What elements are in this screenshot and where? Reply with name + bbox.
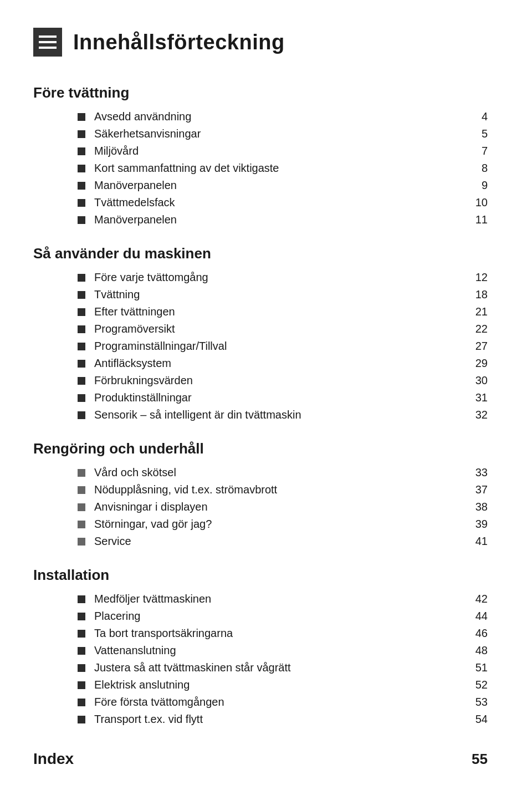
bullet-icon [78,411,85,419]
bullet-icon [78,486,85,494]
toc-label: Nödupplåsning, vid t.ex. strömavbrott [94,483,466,496]
bullet-icon [78,165,85,172]
bullet-icon [78,469,85,477]
bullet-icon [78,503,85,511]
toc-label: Säkerhetsanvisningar [94,128,466,140]
toc-label: Ta bort transportsäkringarna [94,627,466,640]
menu-line-1 [39,35,57,38]
toc-page: 27 [466,340,499,353]
toc-item-placering: Placering 44 [33,608,499,625]
toc-label: Antifläcksystem [94,357,466,370]
toc-label: Programöversikt [94,323,466,335]
toc-page: 30 [466,374,499,387]
page-title: Innehållsförteckning [73,30,285,54]
toc-label: Före varje tvättomgång [94,271,466,284]
page: Innehållsförteckning Före tvättning Avse… [0,0,532,790]
toc-item-fore-varje: Före varje tvättomgång 12 [33,269,499,286]
bullet-icon [78,630,85,638]
toc-label: Manöverpanelen [94,179,466,192]
bullet-icon [78,595,85,603]
bullet-icon [78,113,85,121]
toc-item-kort: Kort sammanfattning av det viktigaste 8 [33,160,499,177]
toc-page: 44 [466,610,499,623]
toc-label: Förbrukningsvärden [94,374,466,387]
toc-page: 42 [466,593,499,605]
toc-page: 54 [466,713,499,726]
toc-label: Transport t.ex. vid flytt [94,713,466,726]
section-heading-index: Index [33,750,74,768]
bullet-icon [78,199,85,207]
toc-item-manoverpanelen2: Manöverpanelen 11 [33,211,499,228]
toc-item-transport: Transport t.ex. vid flytt 54 [33,711,499,728]
toc-page: 5 [466,128,499,140]
toc-item-efter: Efter tvättningen 21 [33,303,499,320]
toc-page: 52 [466,679,499,691]
bullet-icon [78,274,85,282]
toc-item-sakerhets: Säkerhetsanvisningar 5 [33,125,499,142]
toc-page: 8 [466,162,499,175]
bullet-icon [78,343,85,350]
toc-item-anvisningar: Anvisningar i displayen 38 [33,498,499,516]
toc-item-vard: Vård och skötsel 33 [33,464,499,481]
bullet-icon [78,377,85,385]
section-fore-tvattning: Före tvättning Avsedd användning 4 Säker… [33,84,499,228]
toc-label: Programinställningar/Tillval [94,340,466,353]
section-heading-sa-anvander: Så använder du maskinen [33,245,499,262]
toc-page: 7 [466,145,499,157]
toc-item-sensorik: Sensorik – så intelligent är din tvättma… [33,406,499,424]
toc-item-vattenanslutning: Vattenanslutning 48 [33,642,499,659]
toc-item-produktinstallningar: Produktinställningar 31 [33,389,499,406]
toc-page: 10 [466,196,499,209]
bullet-icon [78,716,85,723]
toc-item-tvattning: Tvättning 18 [33,286,499,303]
bullet-icon [78,325,85,333]
menu-line-3 [39,47,57,49]
toc-item-nodupplasning: Nödupplåsning, vid t.ex. strömavbrott 37 [33,481,499,498]
toc-page: 32 [466,409,499,421]
toc-page: 33 [466,466,499,479]
index-page-number: 55 [472,751,499,768]
bullet-icon [78,394,85,402]
toc-page: 9 [466,179,499,192]
toc-page: 51 [466,661,499,674]
toc-page: 46 [466,627,499,640]
section-heading-rengoring: Rengöring och underhåll [33,440,499,457]
toc-item-medfoljer: Medföljer tvättmaskinen 42 [33,590,499,608]
bullet-icon [78,130,85,138]
toc-page: 12 [466,271,499,284]
section-heading-installation: Installation [33,567,499,584]
toc-label: Elektrisk anslutning [94,679,466,691]
bullet-icon [78,681,85,689]
toc-page: 53 [466,696,499,709]
section-heading-fore-tvattning: Före tvättning [33,84,499,101]
toc-page: 29 [466,357,499,370]
toc-label: Service [94,535,466,548]
toc-label: Tvättning [94,288,466,301]
toc-item-miljovard: Miljövård 7 [33,142,499,160]
bullet-icon [78,699,85,706]
toc-label: Vattenanslutning [94,644,466,657]
toc-label: Placering [94,610,466,623]
bullet-icon [78,647,85,655]
toc-item-justera: Justera så att tvättmaskinen står vågrät… [33,659,499,676]
bullet-icon [78,521,85,528]
toc-item-avsedd: Avsedd användning 4 [33,108,499,125]
toc-item-programinstallningar: Programinställningar/Tillval 27 [33,338,499,355]
toc-page: 22 [466,323,499,335]
bullet-icon [78,216,85,224]
toc-label: Efter tvättningen [94,305,466,318]
toc-page: 38 [466,501,499,513]
toc-label: Avsedd användning [94,110,466,123]
toc-item-programoversikt: Programöversikt 22 [33,320,499,338]
toc-page: 37 [466,483,499,496]
toc-label: Före första tvättomgången [94,696,466,709]
toc-label: Anvisningar i displayen [94,501,466,513]
toc-label: Tvättmedelsfack [94,196,466,209]
bullet-icon [78,147,85,155]
toc-label: Manöverpanelen [94,213,466,226]
section-installation: Installation Medföljer tvättmaskinen 42 … [33,567,499,728]
bullet-icon [78,308,85,316]
toc-page: 18 [466,288,499,301]
bullet-icon [78,538,85,546]
section-rengoring: Rengöring och underhåll Vård och skötsel… [33,440,499,550]
